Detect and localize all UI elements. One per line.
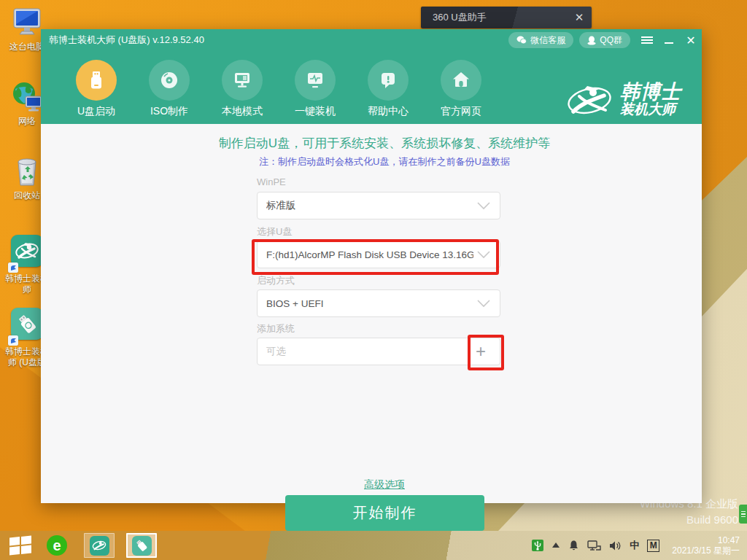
start-create-button[interactable]: 开始制作: [285, 495, 484, 531]
popup-360-title: 360 U盘助手: [433, 11, 567, 24]
shortcut-arrow-icon: [8, 262, 18, 273]
add-system-label: 添加系统: [257, 322, 500, 335]
field-usb-select: 选择U盘 F:(hd1)AlcorMP Flash Disk USB Devic…: [257, 225, 500, 268]
nav-help-center[interactable]: 帮助中心: [355, 60, 421, 118]
hamburger-icon: [641, 36, 653, 44]
window-title: 韩博士装机大师 (U盘版) v.12.9.52.40: [49, 34, 508, 47]
advanced-options-wrap: 高级选项: [41, 478, 728, 491]
advanced-options-link[interactable]: 高级选项: [364, 478, 405, 490]
popup-360-usb-helper[interactable]: 360 U盘助手 ✕: [421, 7, 592, 28]
this-pc-icon: [9, 4, 44, 39]
hanboshi-usb-app-icon: [9, 308, 44, 344]
winpe-label: WinPE: [257, 176, 500, 189]
clock-date: 2021/3/15 星期一: [672, 545, 740, 556]
browser-e-icon: e: [47, 535, 67, 556]
usb-tray-icon[interactable]: [532, 540, 543, 551]
titlebar[interactable]: 韩博士装机大师 (U盘版) v.12.9.52.40 微信客服 QQ群 ✕: [41, 29, 702, 51]
taskbar-hanboshi-button[interactable]: [84, 533, 115, 558]
brand-logo: 韩博士 装机大师: [568, 80, 681, 118]
notification-bell-icon[interactable]: [568, 540, 579, 551]
nav-local-mode[interactable]: 本地模式: [209, 60, 275, 118]
minimize-button[interactable]: [658, 29, 680, 51]
wechat-icon: [516, 36, 527, 44]
monitor-icon: [232, 70, 252, 90]
nav-one-key-install[interactable]: 一键装机: [282, 60, 348, 118]
minimize-icon: [665, 42, 673, 44]
shortcut-arrow-icon: [8, 335, 18, 346]
volume-icon[interactable]: [609, 540, 622, 551]
add-system-input[interactable]: 可选 +: [257, 338, 500, 365]
usb-select-label: 选择U盘: [257, 225, 500, 238]
format-warning-note: 注：制作启动盘时会格式化U盘，请在制作之前备份U盘数据: [41, 155, 728, 168]
app-window: 韩博士装机大师 (U盘版) v.12.9.52.40 微信客服 QQ群 ✕: [41, 29, 702, 503]
field-boot-mode: 启动方式 BIOS + UEFI: [257, 274, 500, 317]
taskbar-hanboshi-usb-button[interactable]: [126, 533, 157, 558]
usb-drive-icon: [86, 70, 107, 90]
disc-icon: [159, 70, 179, 90]
hanboshi-app-icon: [90, 536, 109, 556]
logo-line2: 装机大师: [620, 102, 681, 117]
field-winpe: WinPE 标准版: [257, 176, 500, 219]
language-indicator[interactable]: M: [647, 540, 659, 552]
chevron-down-icon: [476, 201, 491, 210]
boot-mode-label: 启动方式: [257, 274, 500, 287]
edge-widget-icon[interactable]: [739, 505, 747, 524]
home-icon: [451, 70, 471, 90]
nav-header: U盘启动 ISO制作: [41, 51, 702, 124]
main-content: 制作启动U盘，可用于系统安装、系统损坏修复、系统维护等 注：制作启动盘时会格式化…: [41, 124, 702, 503]
hanboshi-app-icon: [9, 235, 44, 271]
start-button[interactable]: [9, 535, 31, 555]
chevron-down-icon: [476, 250, 491, 259]
usb-drive-select[interactable]: F:(hd1)AlcorMP Flash Disk USB Device 13.…: [257, 241, 500, 268]
hanboshi-logo-icon: [568, 80, 613, 118]
add-system-placeholder: 可选: [266, 345, 491, 358]
taskbar-browser-button[interactable]: e: [42, 533, 72, 558]
clock[interactable]: 10:47 2021/3/15 星期一: [672, 535, 740, 556]
qq-group-button[interactable]: QQ群: [579, 32, 630, 48]
nav-iso-create[interactable]: ISO制作: [136, 60, 202, 118]
network-icon: [9, 79, 44, 114]
pulse-monitor-icon: [305, 70, 325, 90]
menu-button[interactable]: [636, 29, 658, 51]
wechat-support-button[interactable]: 微信客服: [508, 32, 573, 48]
nav-usb-boot[interactable]: U盘启动: [63, 60, 129, 118]
network-tray-icon[interactable]: [587, 540, 601, 551]
nav-official-website[interactable]: 官方网页: [428, 60, 494, 118]
winpe-select[interactable]: 标准版: [257, 192, 500, 219]
taskbar: e: [0, 531, 747, 560]
chevron-down-icon: [476, 299, 491, 308]
hanboshi-usb-app-icon: [132, 536, 152, 556]
popup-360-close-icon[interactable]: ✕: [567, 11, 592, 24]
boot-mode-select[interactable]: BIOS + UEFI: [257, 289, 500, 317]
add-system-plus-button[interactable]: +: [466, 338, 495, 365]
page-title: 制作启动U盘，可用于系统安装、系统损坏修复、系统维护等: [41, 135, 728, 152]
qq-icon: [587, 36, 596, 45]
ime-indicator[interactable]: 中: [630, 539, 639, 552]
field-add-system: 添加系统 可选 +: [257, 322, 500, 365]
help-bubble-icon: [378, 70, 398, 90]
system-tray: 中 M 10:47 2021/3/15 星期一: [532, 535, 747, 556]
clock-time: 10:47: [672, 535, 740, 545]
logo-line1: 韩博士: [620, 82, 681, 102]
recycle-bin-icon: [9, 153, 44, 188]
close-button[interactable]: ✕: [680, 29, 702, 51]
show-hidden-icons-button[interactable]: [551, 542, 560, 548]
